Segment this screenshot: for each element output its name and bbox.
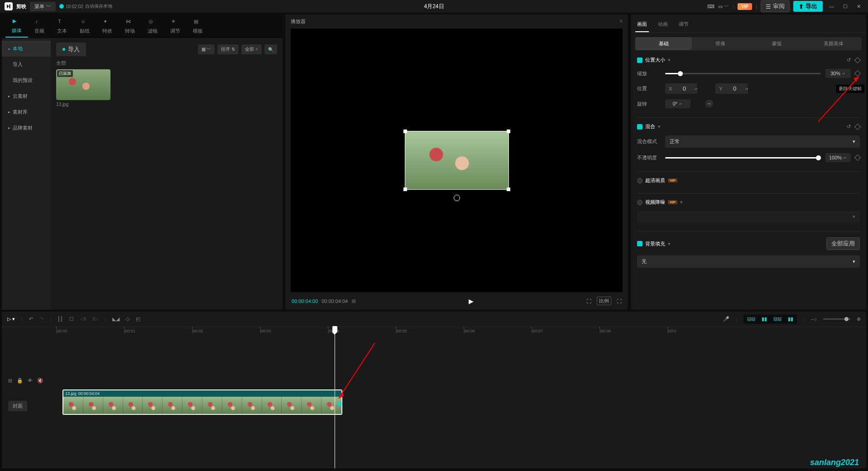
section-blend: 混合 (645, 123, 655, 130)
chevron-down-icon[interactable]: ▾ (668, 57, 671, 63)
fullscreen-icon[interactable]: ⛶ (617, 298, 622, 304)
timeline-ruler[interactable]: |00:00|00:01|00:02|00:03|00:04|00:05|00:… (56, 327, 866, 336)
nav-item-2[interactable]: 我的预设 (2, 72, 51, 88)
media-thumb[interactable]: 已添加 (56, 69, 110, 100)
focus-icon[interactable]: ⛶ (586, 298, 591, 304)
playhead[interactable] (335, 327, 335, 468)
player-menu-icon[interactable]: ≡ (620, 18, 623, 25)
video-transform-box[interactable] (405, 131, 509, 190)
undo-button[interactable]: ↶ (29, 316, 33, 322)
track-toggle-1[interactable]: ⊟ (8, 378, 12, 384)
delete-tool[interactable]: ☐ (69, 316, 74, 322)
layout-icon[interactable]: ▭ ﹀ (718, 3, 729, 10)
asset-tab-6[interactable]: ◎滤镜 (141, 16, 164, 37)
left-delete-tool[interactable]: ◁Ⅱ (80, 316, 86, 322)
cover-button[interactable]: 封面 (8, 401, 27, 411)
nav-item-1[interactable]: 导入 (2, 57, 51, 72)
rotate-value[interactable]: 0°▴▾ (665, 99, 691, 108)
inspector-tab-2[interactable]: 调节 (677, 17, 691, 32)
vip-badge[interactable]: VIP (738, 3, 752, 10)
inspector-subtab-0[interactable]: 基础 (635, 37, 692, 50)
blend-checkbox[interactable] (637, 124, 643, 130)
mute-icon[interactable]: 🔇 (37, 378, 43, 384)
redo-button[interactable]: ↷ (39, 316, 43, 322)
inspector-subtab-1[interactable]: 抠像 (692, 37, 748, 50)
right-delete-tool[interactable]: Ⅱ▷ (92, 316, 98, 322)
asset-tab-8[interactable]: ▤模板 (187, 16, 209, 37)
lock-icon[interactable]: 🔒 (17, 378, 23, 384)
eye-icon[interactable]: 👁 (28, 378, 33, 383)
position-y-input[interactable]: Y▴▾ (715, 83, 748, 94)
player-canvas[interactable] (291, 29, 623, 292)
chevron-down-icon[interactable]: ▾ (658, 124, 661, 130)
play-button[interactable]: ▶ (469, 298, 474, 305)
hd-checkbox[interactable] (637, 178, 643, 183)
import-button[interactable]: 导入 (56, 43, 86, 56)
blend-mode-select[interactable]: 正常▾ (665, 135, 860, 148)
reset-icon[interactable]: ↺ (847, 57, 851, 63)
rotate-tool[interactable]: ◇ (126, 316, 129, 322)
maximize-button[interactable]: ☐ (840, 4, 850, 10)
keyboard-icon[interactable]: ⌨ (707, 4, 715, 10)
minimize-button[interactable]: — (826, 4, 837, 9)
snap-2[interactable]: ▮▮ (760, 315, 769, 323)
zoom-fit[interactable]: ⊕ (857, 316, 861, 322)
reset-icon[interactable]: ↺ (847, 124, 851, 130)
position-x-input[interactable]: X▴▾ (665, 83, 697, 94)
rotate-handle[interactable] (454, 195, 460, 201)
grid-icon[interactable]: ▦ (351, 298, 356, 304)
opacity-value[interactable]: 100%▴▾ (825, 153, 851, 162)
ratio-button[interactable]: 比例 (597, 297, 611, 305)
opacity-slider[interactable] (665, 157, 821, 159)
inspector-tab-0[interactable]: 画面 (635, 17, 649, 32)
export-button[interactable]: ⬆导出 (793, 1, 823, 12)
inspector-subtab-2[interactable]: 蒙版 (748, 37, 805, 50)
search-button[interactable]: 🔍 (264, 44, 277, 54)
nav-item-4[interactable]: ▸素材库 (2, 104, 51, 120)
opacity-keyframe[interactable] (854, 154, 861, 161)
nav-item-3[interactable]: ▸云素材 (2, 88, 51, 104)
crop-tool[interactable]: ◰ (136, 316, 140, 322)
chevron-down-icon[interactable]: ▾ (680, 199, 683, 205)
zoom-slider[interactable] (823, 318, 850, 320)
close-button[interactable]: ✕ (854, 4, 863, 10)
timeline-clip[interactable]: 13.jpg 00:00:04:04 (62, 389, 342, 415)
inspector-subtab-3[interactable]: 美颜美体 (805, 37, 862, 50)
scale-value[interactable]: 30%▴▾ (825, 69, 851, 78)
bg-checkbox[interactable] (637, 241, 643, 246)
nav-item-5[interactable]: ▸品牌素材 (2, 120, 51, 136)
sort-button[interactable]: 排序 ⇅ (217, 44, 239, 54)
bg-select[interactable]: 无▾ (637, 255, 860, 268)
asset-tab-2[interactable]: T文本 (51, 16, 73, 37)
asset-tab-7[interactable]: ☀调节 (164, 16, 187, 37)
asset-tab-5[interactable]: ⋈转场 (119, 16, 141, 37)
denoise-checkbox[interactable] (637, 200, 643, 205)
keyframe-icon[interactable] (854, 123, 861, 130)
asset-tab-3[interactable]: ☺贴纸 (73, 16, 96, 37)
position-size-checkbox[interactable] (637, 58, 643, 63)
nav-item-0[interactable]: • 本地 (2, 41, 51, 57)
menu-button[interactable]: 菜单 ﹀ (30, 2, 56, 11)
scale-slider[interactable] (665, 73, 821, 74)
review-button[interactable]: ☰ 审阅 (761, 0, 790, 12)
grid-view-button[interactable]: ▦ ﹀ (198, 44, 215, 54)
snap-3[interactable]: ⊟⊟ (772, 315, 783, 323)
scale-keyframe[interactable] (854, 70, 861, 77)
denoise-select[interactable]: ▾ (637, 211, 860, 222)
apply-all-button[interactable]: 全部应用 (826, 237, 860, 250)
selection-tool[interactable]: ▷ ▾ (7, 316, 15, 322)
snap-1[interactable]: ⊟⊟ (745, 315, 757, 323)
asset-tab-0[interactable]: ▶媒体 (5, 15, 28, 38)
mirror-tool[interactable]: ◣◢ (112, 316, 120, 322)
snap-4[interactable]: ▮▮ (786, 315, 795, 323)
split-tool[interactable]: ⎮⎮ (58, 316, 63, 322)
flip-button[interactable]: − (705, 100, 713, 108)
asset-tab-4[interactable]: ✦特效 (96, 16, 119, 37)
zoom-out[interactable]: −○ (811, 317, 817, 322)
chevron-down-icon[interactable]: ▾ (668, 241, 671, 247)
asset-tab-1[interactable]: ♪音频 (28, 16, 51, 37)
keyframe-icon[interactable] (854, 57, 861, 63)
mic-icon[interactable]: 🎤 (723, 316, 729, 322)
inspector-tab-1[interactable]: 动画 (656, 17, 670, 32)
filter-button[interactable]: 全部 ⑂ (241, 44, 262, 54)
